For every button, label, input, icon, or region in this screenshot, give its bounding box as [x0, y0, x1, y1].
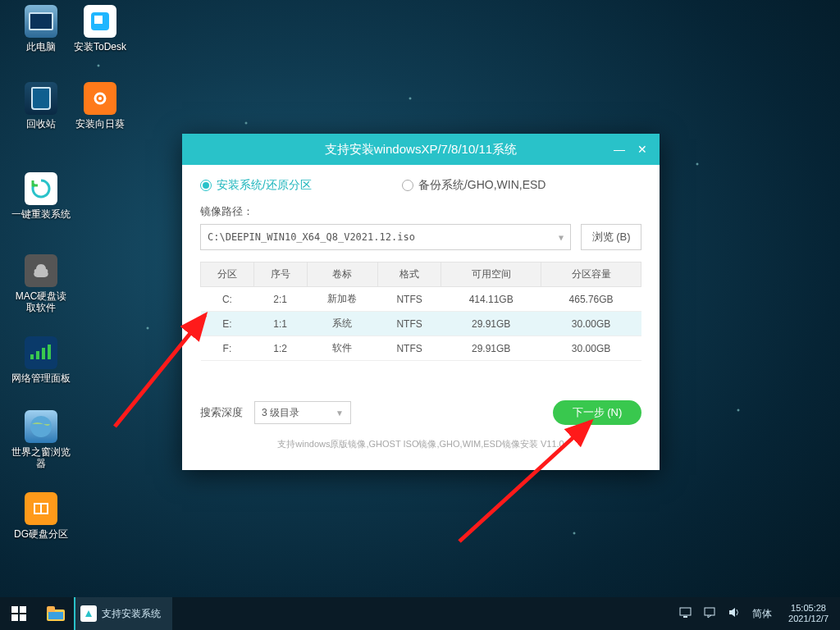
task-icon: [80, 605, 97, 622]
svg-rect-17: [20, 614, 26, 621]
titlebar: 支持安装windowsXP/7/8/10/11系统 — ✕: [182, 134, 660, 165]
col-header: 分区容量: [541, 262, 641, 287]
table-row[interactable]: E:1:1系统NTFS29.91GB30.00GB: [201, 312, 641, 336]
tray-network-icon[interactable]: [678, 607, 692, 620]
svg-rect-1: [94, 16, 103, 24]
desktop-icon-macread[interactable]: MAC硬盘读取软件: [11, 254, 71, 313]
table-row[interactable]: F:1:2软件NTFS29.91GB30.00GB: [201, 336, 641, 361]
desktop-icon-dg[interactable]: DG硬盘分区: [11, 492, 71, 540]
svg-rect-15: [20, 606, 26, 613]
desktop-icon-label: 网络管理面板: [11, 372, 71, 384]
chevron-down-icon: ▼: [559, 233, 564, 242]
globe-icon: [25, 410, 57, 443]
svg-rect-4: [30, 354, 34, 359]
desktop-icon-label: MAC硬盘读取软件: [11, 290, 71, 313]
taskbar-explorer[interactable]: [38, 597, 74, 630]
desktop-icon-label: DG硬盘分区: [11, 528, 71, 540]
desktop-icon-netpanel[interactable]: 网络管理面板: [11, 336, 71, 384]
svg-rect-21: [680, 608, 691, 615]
desktop-icon-label: 此电脑: [11, 41, 71, 52]
svg-rect-19: [47, 606, 55, 613]
desktop-icon-globe[interactable]: 世界之窗浏览器: [11, 410, 71, 469]
svg-rect-23: [705, 608, 714, 615]
col-header: 序号: [253, 262, 307, 287]
sunflower-icon: [84, 82, 116, 115]
desktop-icon-reinstall[interactable]: 一键重装系统: [11, 172, 71, 220]
depth-label: 搜索深度: [200, 405, 243, 420]
taskbar-task-installer[interactable]: 支持安装系统: [74, 597, 172, 630]
svg-rect-7: [48, 345, 51, 359]
table-row[interactable]: C:2:1新加卷NTFS414.11GB465.76GB: [201, 287, 641, 312]
desktop-icon-sunflower[interactable]: 安装向日葵: [71, 82, 130, 130]
footer-hint: 支持windows原版镜像,GHOST ISO镜像,GHO,WIM,ESD镜像安…: [200, 438, 641, 450]
col-header: 分区: [201, 262, 254, 287]
svg-point-8: [30, 416, 52, 437]
desktop-icon-todesk[interactable]: 安装ToDesk: [71, 5, 130, 52]
desktop-icon-label: 世界之窗浏览器: [11, 446, 71, 469]
desktop-icon-recycle[interactable]: 回收站: [11, 82, 71, 130]
svg-rect-14: [11, 606, 18, 613]
macread-icon: [25, 254, 57, 287]
recycle-icon: [25, 82, 57, 115]
svg-rect-5: [36, 351, 39, 359]
col-header: 卷标: [307, 262, 377, 287]
chevron-down-icon: ▼: [336, 409, 344, 418]
minimize-button[interactable]: —: [614, 143, 625, 156]
installer-window: 支持安装windowsXP/7/8/10/11系统 — ✕ 安装系统/还原分区 …: [182, 134, 660, 470]
start-button[interactable]: [0, 597, 38, 630]
desktop-icon-label: 安装ToDesk: [71, 41, 130, 52]
path-label: 镜像路径：: [200, 204, 641, 219]
depth-select[interactable]: 3 级目录 ▼: [254, 401, 351, 424]
svg-rect-16: [11, 614, 18, 621]
window-title: 支持安装windowsXP/7/8/10/11系统: [325, 142, 517, 158]
iso-path-combo[interactable]: C:\DEEPIN_WIN10_X64_Q8_V2021.12.iso ▼: [200, 224, 571, 250]
col-header: 可用空间: [441, 262, 541, 287]
desktop-icon-label: 一键重装系统: [11, 208, 71, 220]
svg-rect-22: [683, 616, 687, 618]
netpanel-icon: [25, 336, 57, 369]
pc-icon: [25, 5, 57, 38]
svg-rect-6: [42, 348, 45, 359]
browse-button[interactable]: 浏览 (B): [581, 224, 641, 250]
svg-rect-20: [48, 612, 63, 619]
close-button[interactable]: ✕: [637, 143, 648, 156]
tab-backup[interactable]: 备份系统/GHO,WIN,ESD: [402, 178, 546, 193]
tray-action-center-icon[interactable]: [703, 607, 716, 621]
reinstall-icon: [25, 172, 57, 205]
next-button[interactable]: 下一步 (N): [553, 400, 641, 425]
todesk-icon: [84, 5, 116, 38]
radio-on-icon: [200, 180, 212, 191]
desktop-icon-label: 回收站: [11, 118, 71, 130]
radio-off-icon: [402, 180, 413, 191]
tray-clock[interactable]: 15:05:28 2021/12/7: [783, 603, 833, 624]
tray-volume-icon[interactable]: [728, 607, 741, 620]
col-header: 格式: [378, 262, 441, 287]
taskbar: 支持安装系统 简体 15:05:28 2021/12/7: [0, 597, 840, 630]
partition-table: 分区序号卷标格式可用空间分区容量 C:2:1新加卷NTFS414.11GB465…: [200, 262, 641, 361]
tab-install[interactable]: 安装系统/还原分区: [200, 178, 312, 193]
desktop-icon-label: 安装向日葵: [71, 118, 130, 130]
dg-icon: [25, 492, 57, 525]
svg-point-3: [98, 97, 102, 100]
desktop-icon-pc[interactable]: 此电脑: [11, 5, 71, 52]
tray-ime[interactable]: 简体: [752, 607, 772, 621]
